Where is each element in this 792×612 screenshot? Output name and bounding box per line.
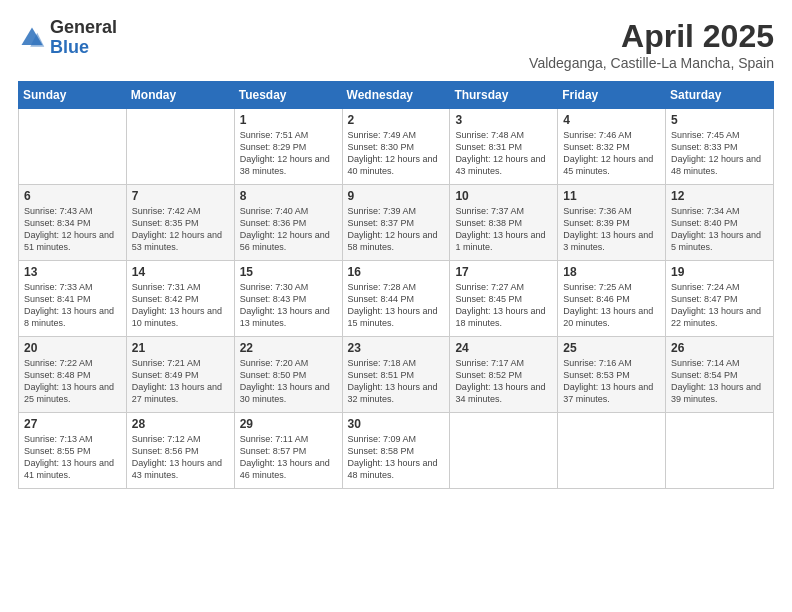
day-info: Sunrise: 7:12 AM Sunset: 8:56 PM Dayligh… <box>132 433 229 482</box>
calendar-page: General Blue April 2025 Valdeganga, Cast… <box>0 0 792 612</box>
header-sunday: Sunday <box>19 82 127 109</box>
day-number: 29 <box>240 417 337 431</box>
day-number: 10 <box>455 189 552 203</box>
day-number: 24 <box>455 341 552 355</box>
calendar-cell: 26Sunrise: 7:14 AM Sunset: 8:54 PM Dayli… <box>666 337 774 413</box>
day-number: 17 <box>455 265 552 279</box>
calendar-week-row: 1Sunrise: 7:51 AM Sunset: 8:29 PM Daylig… <box>19 109 774 185</box>
logo-icon <box>18 24 46 52</box>
logo-general: General <box>50 18 117 38</box>
day-number: 13 <box>24 265 121 279</box>
day-number: 21 <box>132 341 229 355</box>
day-number: 8 <box>240 189 337 203</box>
day-info: Sunrise: 7:27 AM Sunset: 8:45 PM Dayligh… <box>455 281 552 330</box>
day-info: Sunrise: 7:42 AM Sunset: 8:35 PM Dayligh… <box>132 205 229 254</box>
day-info: Sunrise: 7:16 AM Sunset: 8:53 PM Dayligh… <box>563 357 660 406</box>
day-number: 12 <box>671 189 768 203</box>
day-number: 4 <box>563 113 660 127</box>
calendar-cell: 19Sunrise: 7:24 AM Sunset: 8:47 PM Dayli… <box>666 261 774 337</box>
calendar-cell: 17Sunrise: 7:27 AM Sunset: 8:45 PM Dayli… <box>450 261 558 337</box>
calendar-cell: 14Sunrise: 7:31 AM Sunset: 8:42 PM Dayli… <box>126 261 234 337</box>
header-friday: Friday <box>558 82 666 109</box>
day-info: Sunrise: 7:46 AM Sunset: 8:32 PM Dayligh… <box>563 129 660 178</box>
calendar-cell: 27Sunrise: 7:13 AM Sunset: 8:55 PM Dayli… <box>19 413 127 489</box>
day-number: 28 <box>132 417 229 431</box>
day-info: Sunrise: 7:45 AM Sunset: 8:33 PM Dayligh… <box>671 129 768 178</box>
day-info: Sunrise: 7:18 AM Sunset: 8:51 PM Dayligh… <box>348 357 445 406</box>
calendar-cell: 13Sunrise: 7:33 AM Sunset: 8:41 PM Dayli… <box>19 261 127 337</box>
calendar-cell: 12Sunrise: 7:34 AM Sunset: 8:40 PM Dayli… <box>666 185 774 261</box>
calendar-cell: 21Sunrise: 7:21 AM Sunset: 8:49 PM Dayli… <box>126 337 234 413</box>
calendar-cell: 16Sunrise: 7:28 AM Sunset: 8:44 PM Dayli… <box>342 261 450 337</box>
day-number: 9 <box>348 189 445 203</box>
day-info: Sunrise: 7:34 AM Sunset: 8:40 PM Dayligh… <box>671 205 768 254</box>
calendar-cell: 30Sunrise: 7:09 AM Sunset: 8:58 PM Dayli… <box>342 413 450 489</box>
calendar-title: April 2025 <box>529 18 774 55</box>
calendar-cell: 7Sunrise: 7:42 AM Sunset: 8:35 PM Daylig… <box>126 185 234 261</box>
day-info: Sunrise: 7:33 AM Sunset: 8:41 PM Dayligh… <box>24 281 121 330</box>
calendar-cell: 1Sunrise: 7:51 AM Sunset: 8:29 PM Daylig… <box>234 109 342 185</box>
calendar-body: 1Sunrise: 7:51 AM Sunset: 8:29 PM Daylig… <box>19 109 774 489</box>
header-thursday: Thursday <box>450 82 558 109</box>
calendar-cell <box>666 413 774 489</box>
day-info: Sunrise: 7:09 AM Sunset: 8:58 PM Dayligh… <box>348 433 445 482</box>
calendar-cell: 22Sunrise: 7:20 AM Sunset: 8:50 PM Dayli… <box>234 337 342 413</box>
calendar-cell: 4Sunrise: 7:46 AM Sunset: 8:32 PM Daylig… <box>558 109 666 185</box>
day-info: Sunrise: 7:37 AM Sunset: 8:38 PM Dayligh… <box>455 205 552 254</box>
calendar-cell: 3Sunrise: 7:48 AM Sunset: 8:31 PM Daylig… <box>450 109 558 185</box>
day-info: Sunrise: 7:43 AM Sunset: 8:34 PM Dayligh… <box>24 205 121 254</box>
day-info: Sunrise: 7:25 AM Sunset: 8:46 PM Dayligh… <box>563 281 660 330</box>
calendar-cell: 8Sunrise: 7:40 AM Sunset: 8:36 PM Daylig… <box>234 185 342 261</box>
day-number: 27 <box>24 417 121 431</box>
logo: General Blue <box>18 18 117 58</box>
day-number: 15 <box>240 265 337 279</box>
day-info: Sunrise: 7:17 AM Sunset: 8:52 PM Dayligh… <box>455 357 552 406</box>
day-info: Sunrise: 7:51 AM Sunset: 8:29 PM Dayligh… <box>240 129 337 178</box>
day-info: Sunrise: 7:48 AM Sunset: 8:31 PM Dayligh… <box>455 129 552 178</box>
logo-blue: Blue <box>50 38 117 58</box>
day-number: 7 <box>132 189 229 203</box>
day-number: 5 <box>671 113 768 127</box>
calendar-cell: 5Sunrise: 7:45 AM Sunset: 8:33 PM Daylig… <box>666 109 774 185</box>
day-number: 22 <box>240 341 337 355</box>
header-wednesday: Wednesday <box>342 82 450 109</box>
calendar-cell <box>558 413 666 489</box>
day-number: 11 <box>563 189 660 203</box>
title-block: April 2025 Valdeganga, Castille-La Manch… <box>529 18 774 71</box>
calendar-cell: 15Sunrise: 7:30 AM Sunset: 8:43 PM Dayli… <box>234 261 342 337</box>
calendar-cell <box>126 109 234 185</box>
calendar-week-row: 6Sunrise: 7:43 AM Sunset: 8:34 PM Daylig… <box>19 185 774 261</box>
calendar-subtitle: Valdeganga, Castille-La Mancha, Spain <box>529 55 774 71</box>
day-number: 18 <box>563 265 660 279</box>
day-number: 16 <box>348 265 445 279</box>
day-info: Sunrise: 7:49 AM Sunset: 8:30 PM Dayligh… <box>348 129 445 178</box>
calendar-cell: 2Sunrise: 7:49 AM Sunset: 8:30 PM Daylig… <box>342 109 450 185</box>
calendar-cell: 11Sunrise: 7:36 AM Sunset: 8:39 PM Dayli… <box>558 185 666 261</box>
calendar-cell: 28Sunrise: 7:12 AM Sunset: 8:56 PM Dayli… <box>126 413 234 489</box>
header-monday: Monday <box>126 82 234 109</box>
calendar-week-row: 20Sunrise: 7:22 AM Sunset: 8:48 PM Dayli… <box>19 337 774 413</box>
calendar-cell: 18Sunrise: 7:25 AM Sunset: 8:46 PM Dayli… <box>558 261 666 337</box>
calendar-week-row: 13Sunrise: 7:33 AM Sunset: 8:41 PM Dayli… <box>19 261 774 337</box>
calendar-cell: 10Sunrise: 7:37 AM Sunset: 8:38 PM Dayli… <box>450 185 558 261</box>
day-info: Sunrise: 7:14 AM Sunset: 8:54 PM Dayligh… <box>671 357 768 406</box>
calendar-cell: 9Sunrise: 7:39 AM Sunset: 8:37 PM Daylig… <box>342 185 450 261</box>
header: General Blue April 2025 Valdeganga, Cast… <box>18 18 774 71</box>
calendar-cell: 24Sunrise: 7:17 AM Sunset: 8:52 PM Dayli… <box>450 337 558 413</box>
day-info: Sunrise: 7:40 AM Sunset: 8:36 PM Dayligh… <box>240 205 337 254</box>
calendar-cell: 6Sunrise: 7:43 AM Sunset: 8:34 PM Daylig… <box>19 185 127 261</box>
day-info: Sunrise: 7:36 AM Sunset: 8:39 PM Dayligh… <box>563 205 660 254</box>
day-info: Sunrise: 7:28 AM Sunset: 8:44 PM Dayligh… <box>348 281 445 330</box>
day-number: 1 <box>240 113 337 127</box>
day-info: Sunrise: 7:11 AM Sunset: 8:57 PM Dayligh… <box>240 433 337 482</box>
day-number: 3 <box>455 113 552 127</box>
header-tuesday: Tuesday <box>234 82 342 109</box>
day-info: Sunrise: 7:20 AM Sunset: 8:50 PM Dayligh… <box>240 357 337 406</box>
day-info: Sunrise: 7:22 AM Sunset: 8:48 PM Dayligh… <box>24 357 121 406</box>
day-info: Sunrise: 7:30 AM Sunset: 8:43 PM Dayligh… <box>240 281 337 330</box>
day-info: Sunrise: 7:39 AM Sunset: 8:37 PM Dayligh… <box>348 205 445 254</box>
calendar-cell: 20Sunrise: 7:22 AM Sunset: 8:48 PM Dayli… <box>19 337 127 413</box>
calendar-table: Sunday Monday Tuesday Wednesday Thursday… <box>18 81 774 489</box>
calendar-cell <box>19 109 127 185</box>
calendar-header: Sunday Monday Tuesday Wednesday Thursday… <box>19 82 774 109</box>
